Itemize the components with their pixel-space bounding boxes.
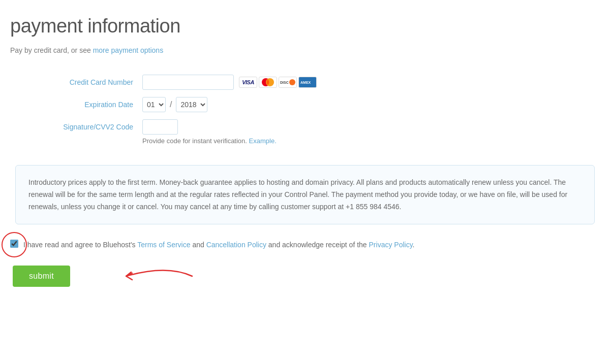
discover-icon: DISC <box>279 77 297 88</box>
red-arrow-svg <box>85 262 197 290</box>
mastercard-icon <box>259 77 277 88</box>
svg-text:AMEX: AMEX <box>300 81 311 84</box>
info-box: Introductory prices apply to the first t… <box>15 165 595 224</box>
cvv-label: Signature/CVV2 Code <box>30 119 142 131</box>
cancellation-link[interactable]: Cancellation Policy <box>206 241 266 249</box>
amex-icon: AMEX <box>298 77 317 88</box>
arrow-annotation <box>85 262 197 290</box>
agree-row: I have read and agree to Bluehost's Term… <box>10 240 600 249</box>
info-box-text: Introductory prices apply to the first t… <box>28 177 582 213</box>
subtitle-text: Pay by credit card, or see <box>10 46 93 54</box>
cvv-row: Signature/CVV2 Code Provide code for ins… <box>30 119 600 145</box>
expiration-label: Expiration Date <box>30 101 142 109</box>
submit-area: submit <box>13 262 600 290</box>
more-payment-options-link[interactable]: more payment options <box>93 46 164 54</box>
submit-button[interactable]: submit <box>13 266 70 287</box>
card-icons: VISA DISC AMEX <box>239 77 317 88</box>
expiry-separator: / <box>170 100 172 109</box>
payment-form: Credit Card Number VISA DISC <box>30 75 600 145</box>
privacy-link[interactable]: Privacy Policy <box>369 241 413 249</box>
credit-card-input[interactable] <box>142 75 234 90</box>
expiry-month-select[interactable]: 01020304 05060708 09101112 <box>142 97 166 112</box>
agree-checkbox[interactable] <box>10 240 18 248</box>
expiry-selects: 01020304 05060708 09101112 / 20182019202… <box>142 97 207 112</box>
svg-point-4 <box>289 79 295 85</box>
terms-link[interactable]: Terms of Service <box>137 241 190 249</box>
expiration-row: Expiration Date 01020304 05060708 091011… <box>30 97 600 112</box>
visa-icon: VISA <box>239 77 257 88</box>
agree-text: I have read and agree to Bluehost's Term… <box>23 241 415 249</box>
cvv-help-text: Provide code for instant verification. E… <box>142 137 277 145</box>
credit-card-row: Credit Card Number VISA DISC <box>30 75 600 90</box>
expiry-year-select[interactable]: 2018201920202021 2022202320242025 <box>176 97 207 112</box>
cvv-input[interactable] <box>142 119 178 135</box>
svg-text:DISC: DISC <box>280 81 289 84</box>
subtitle: Pay by credit card, or see more payment … <box>10 46 600 54</box>
cvv-section: Provide code for instant verification. E… <box>142 119 277 145</box>
credit-card-label: Credit Card Number <box>30 78 142 86</box>
cvv-example-link[interactable]: Example. <box>249 137 277 145</box>
checkbox-wrap <box>10 240 18 249</box>
page-title: payment information <box>10 15 600 37</box>
